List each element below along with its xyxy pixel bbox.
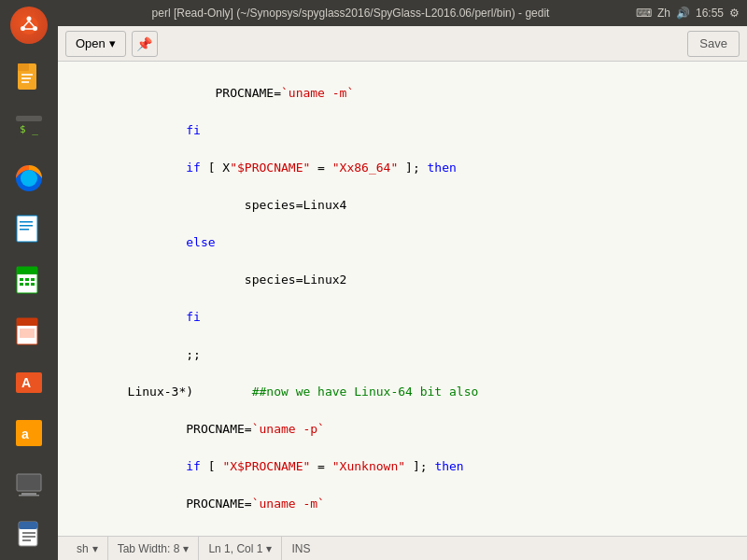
ubuntu-launcher-icon[interactable] <box>4 2 54 49</box>
svg-rect-6 <box>21 74 33 76</box>
gedit-icon[interactable] <box>4 511 54 558</box>
tab-width-selector[interactable]: Tab Width: 8 ▾ <box>108 537 200 560</box>
lang-indicator[interactable]: Zh <box>657 7 670 20</box>
svg-rect-16 <box>20 221 33 223</box>
language-label: sh <box>77 542 89 555</box>
toolbar: Open ▾ 📌 Save <box>58 26 747 62</box>
status-bar: sh ▾ Tab Width: 8 ▾ Ln 1, Col 1 ▾ INS <box>58 536 747 560</box>
window-title: perl [Read-Only] (~/Synopsys/spyglass201… <box>65 7 636 20</box>
svg-rect-23 <box>31 278 35 281</box>
position-label: Ln 1, Col 1 <box>208 542 262 555</box>
svg-point-1 <box>27 17 32 21</box>
sidebar: $ _ <box>0 0 58 560</box>
svg-rect-25 <box>25 283 29 286</box>
firefox-icon[interactable] <box>4 155 54 203</box>
topbar-controls: ⌨ Zh 🔊 16:55 ⚙ <box>636 7 740 20</box>
cursor-position[interactable]: Ln 1, Col 1 ▾ <box>199 537 282 560</box>
svg-rect-29 <box>20 329 35 338</box>
code-content: PROCNAME=`uname -m` fi if [ X"$PROCNAME"… <box>58 62 747 536</box>
clock[interactable]: 16:55 <box>696 7 724 20</box>
open-dropdown-icon[interactable]: ▾ <box>109 36 116 50</box>
svg-text:A: A <box>21 375 31 390</box>
svg-rect-5 <box>18 63 29 71</box>
svg-rect-17 <box>20 225 33 227</box>
svg-rect-32 <box>16 420 42 446</box>
pin-button[interactable]: 📌 <box>132 31 158 57</box>
open-button[interactable]: Open ▾ <box>65 31 126 57</box>
writer-icon[interactable] <box>4 205 54 253</box>
svg-rect-26 <box>31 283 35 286</box>
terminal-icon[interactable]: $ _ <box>4 104 54 151</box>
keyboard-icon[interactable]: ⌨ <box>636 7 652 20</box>
software-center-icon[interactable]: A <box>4 358 54 406</box>
save-button[interactable]: Save <box>687 31 740 57</box>
code-editor[interactable]: PROCNAME=`uname -m` fi if [ X"$PROCNAME"… <box>58 62 747 536</box>
settings-icon[interactable]: ⚙ <box>729 7 740 20</box>
svg-rect-7 <box>21 77 31 79</box>
svg-rect-28 <box>17 318 37 326</box>
amazon-icon[interactable]: a <box>4 409 54 456</box>
svg-rect-18 <box>20 229 29 231</box>
calc-icon[interactable] <box>4 257 54 304</box>
open-label: Open <box>76 36 106 50</box>
language-selector[interactable]: sh ▾ <box>67 537 108 560</box>
tab-width-dropdown-icon[interactable]: ▾ <box>183 542 189 555</box>
mode-label: INS <box>291 542 310 555</box>
svg-rect-24 <box>20 283 23 286</box>
insert-mode[interactable]: INS <box>282 537 319 560</box>
svg-point-13 <box>21 170 37 187</box>
svg-text:a: a <box>21 427 29 441</box>
svg-rect-20 <box>17 267 37 274</box>
svg-rect-36 <box>19 495 39 497</box>
title-bar: perl [Read-Only] (~/Synopsys/spyglass201… <box>58 0 747 26</box>
svg-rect-22 <box>25 278 29 281</box>
svg-rect-21 <box>20 278 23 281</box>
svg-text:$ _: $ _ <box>20 123 38 135</box>
position-dropdown-icon[interactable]: ▾ <box>266 542 272 555</box>
files-icon[interactable] <box>4 53 54 101</box>
language-dropdown-icon[interactable]: ▾ <box>92 542 98 555</box>
svg-rect-38 <box>19 522 37 529</box>
system-icon[interactable] <box>4 460 54 508</box>
svg-rect-8 <box>21 81 29 83</box>
tab-width-label: Tab Width: 8 <box>118 542 180 555</box>
volume-icon[interactable]: 🔊 <box>676 7 690 20</box>
main-area: perl [Read-Only] (~/Synopsys/spyglass201… <box>58 0 747 560</box>
impress-icon[interactable] <box>4 307 54 355</box>
svg-rect-10 <box>16 116 42 121</box>
svg-rect-35 <box>21 493 36 495</box>
svg-rect-34 <box>17 474 41 491</box>
